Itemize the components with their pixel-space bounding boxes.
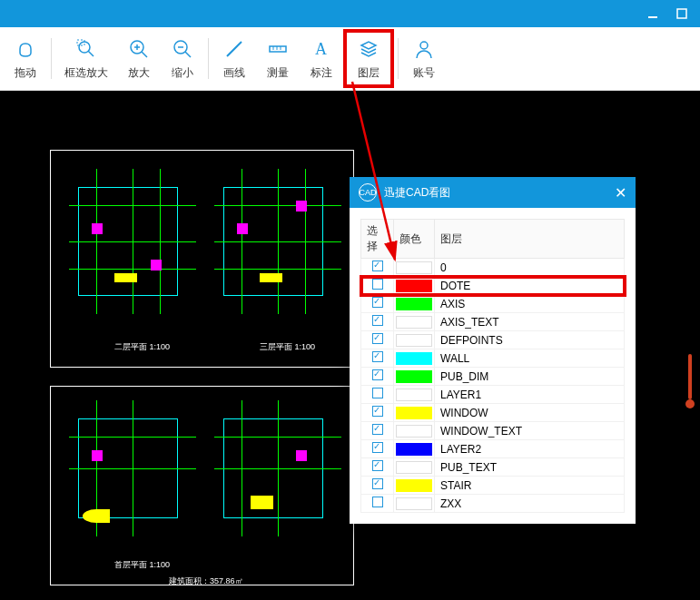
layer-color-cell[interactable] <box>394 331 435 349</box>
layer-row[interactable]: ZXX <box>361 495 625 513</box>
checkbox-icon[interactable] <box>372 297 383 308</box>
layer-color-cell[interactable] <box>394 313 435 331</box>
layer-name-cell[interactable]: LAYER2 <box>435 440 625 458</box>
layer-name-cell[interactable]: PUB_TEXT <box>435 458 625 477</box>
close-icon[interactable]: ✕ <box>615 184 626 202</box>
svg-line-6 <box>142 52 147 57</box>
layer-row[interactable]: 0 <box>361 259 625 277</box>
layer-color-cell[interactable] <box>394 259 435 277</box>
layers-panel-header[interactable]: CAD 迅捷CAD看图 ✕ <box>350 177 636 208</box>
tool-line[interactable]: 画线 <box>212 33 256 84</box>
color-swatch <box>396 425 432 438</box>
layer-name-cell[interactable]: AXIS_TEXT <box>435 313 625 331</box>
layer-row[interactable]: DEFPOINTS <box>361 331 625 349</box>
layer-row[interactable]: DOTE <box>361 277 625 295</box>
color-swatch <box>396 407 432 419</box>
layer-checkbox-cell[interactable] <box>361 313 394 331</box>
layer-name-cell[interactable]: 0 <box>435 259 625 277</box>
layer-color-cell[interactable] <box>394 422 435 440</box>
layer-checkbox-cell[interactable] <box>361 349 394 368</box>
checkbox-icon[interactable] <box>372 369 383 380</box>
tool-label: 拖动 <box>15 65 36 81</box>
checkbox-icon[interactable] <box>372 388 383 398</box>
layer-name-cell[interactable]: LAYER1 <box>435 386 625 404</box>
layer-row[interactable]: LAYER1 <box>361 386 625 404</box>
checkbox-icon[interactable] <box>372 261 383 271</box>
svg-text:A: A <box>315 40 327 58</box>
layer-checkbox-cell[interactable] <box>361 295 394 313</box>
layer-row[interactable]: PUB_TEXT <box>361 458 625 477</box>
tool-label: 缩小 <box>172 65 193 81</box>
col-color[interactable]: 颜色 <box>394 220 435 259</box>
minimize-button[interactable] <box>642 3 664 25</box>
tool-annotate[interactable]: A 标注 <box>300 33 343 84</box>
app-icon: CAD <box>359 183 377 202</box>
layer-name-cell[interactable]: DEFPOINTS <box>435 331 625 349</box>
zoom-slider[interactable] <box>685 354 695 408</box>
svg-point-18 <box>420 42 428 49</box>
layer-checkbox-cell[interactable] <box>361 331 394 349</box>
checkbox-icon[interactable] <box>372 442 383 453</box>
layer-name-cell[interactable]: PUB_DIM <box>435 368 625 386</box>
layer-color-cell[interactable] <box>394 277 435 295</box>
col-layer[interactable]: 图层 <box>435 220 625 259</box>
layer-checkbox-cell[interactable] <box>361 404 394 422</box>
col-select[interactable]: 选择 <box>361 220 394 259</box>
tool-layers[interactable]: 图层 <box>343 29 394 88</box>
tool-zoom-box[interactable]: 框选放大 <box>55 33 117 84</box>
layer-checkbox-cell[interactable] <box>361 495 394 513</box>
layer-row[interactable]: WINDOW_TEXT <box>361 422 625 440</box>
layer-color-cell[interactable] <box>394 440 435 458</box>
checkbox-icon[interactable] <box>372 460 383 471</box>
layer-name-cell[interactable]: ZXX <box>435 495 625 513</box>
checkbox-icon[interactable] <box>372 279 383 290</box>
layer-color-cell[interactable] <box>394 495 435 513</box>
tool-zoom-out[interactable]: 缩小 <box>161 33 204 84</box>
layer-color-cell[interactable] <box>394 368 435 386</box>
layer-row[interactable]: PUB_DIM <box>361 368 625 386</box>
tool-measure[interactable]: 测量 <box>256 33 300 84</box>
layer-checkbox-cell[interactable] <box>361 259 394 277</box>
checkbox-icon[interactable] <box>372 406 383 417</box>
tool-zoom-in[interactable]: 放大 <box>117 33 161 84</box>
tool-account[interactable]: 账号 <box>402 33 446 84</box>
layer-checkbox-cell[interactable] <box>361 458 394 477</box>
layer-checkbox-cell[interactable] <box>361 386 394 404</box>
layer-checkbox-cell[interactable] <box>361 277 394 295</box>
layer-row[interactable]: AXIS_TEXT <box>361 313 625 331</box>
layer-checkbox-cell[interactable] <box>361 477 394 495</box>
layer-row[interactable]: WALL <box>361 349 625 368</box>
layer-row[interactable]: STAIR <box>361 477 625 495</box>
tool-label: 框选放大 <box>64 65 108 81</box>
maximize-button[interactable] <box>671 3 693 25</box>
checkbox-icon[interactable] <box>372 351 383 362</box>
layer-checkbox-cell[interactable] <box>361 422 394 440</box>
layer-checkbox-cell[interactable] <box>361 368 394 386</box>
caption: 三层平面 1:100 <box>260 341 315 353</box>
layer-name-cell[interactable]: WINDOW <box>435 404 625 422</box>
layer-name-cell[interactable]: STAIR <box>435 477 625 495</box>
layer-color-cell[interactable] <box>394 477 435 495</box>
checkbox-icon[interactable] <box>372 424 383 435</box>
tool-drag[interactable]: 拖动 <box>4 33 47 84</box>
layer-name-cell[interactable]: AXIS <box>435 295 625 313</box>
tool-label: 放大 <box>128 65 150 81</box>
layer-color-cell[interactable] <box>394 386 435 404</box>
layers-panel: CAD 迅捷CAD看图 ✕ 选择 颜色 图层 0DOTEAXISAXIS_TEX… <box>350 177 636 524</box>
layer-row[interactable]: WINDOW <box>361 404 625 422</box>
layer-color-cell[interactable] <box>394 295 435 313</box>
layer-color-cell[interactable] <box>394 349 435 368</box>
layer-checkbox-cell[interactable] <box>361 440 394 458</box>
caption: 首层平面 1:100 <box>114 559 170 571</box>
layer-name-cell[interactable]: WALL <box>435 349 625 368</box>
layer-name-cell[interactable]: DOTE <box>435 277 625 295</box>
layer-row[interactable]: LAYER2 <box>361 440 625 458</box>
checkbox-icon[interactable] <box>372 478 383 489</box>
layer-color-cell[interactable] <box>394 458 435 477</box>
layer-row[interactable]: AXIS <box>361 295 625 313</box>
checkbox-icon[interactable] <box>372 497 383 507</box>
layer-color-cell[interactable] <box>394 404 435 422</box>
checkbox-icon[interactable] <box>372 315 383 326</box>
layer-name-cell[interactable]: WINDOW_TEXT <box>435 422 625 440</box>
checkbox-icon[interactable] <box>372 333 383 344</box>
